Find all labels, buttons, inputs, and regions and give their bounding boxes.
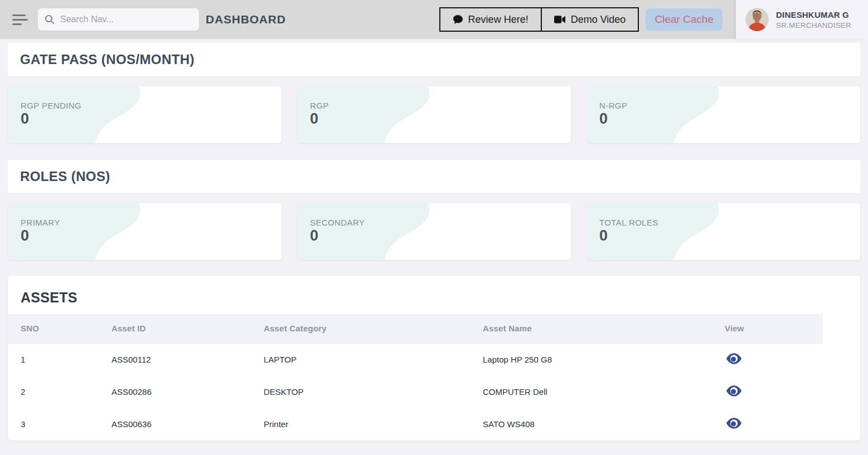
eye-icon [726, 385, 741, 397]
column-header-sno: SNO [8, 314, 111, 343]
stat-card-rgp: RGP 0 [297, 86, 571, 143]
avatar [745, 8, 769, 31]
user-profile[interactable]: DINESHKUMAR G SR.MERCHANDISER [736, 0, 868, 39]
clear-cache-button[interactable]: Clear Cache [646, 8, 722, 31]
assets-panel: ASSETS SNO Asset ID Asset Category Asset… [8, 276, 860, 441]
stat-value: 0 [21, 227, 282, 244]
view-asset-button[interactable] [726, 385, 741, 397]
user-meta: DINESHKUMAR G SR.MERCHANDISER [776, 10, 851, 30]
cell-asset-id: ASS00112 [111, 343, 264, 375]
search-input[interactable] [60, 14, 192, 25]
gate-pass-cards: RGP PENDING 0 RGP 0 N-RGP 0 [8, 86, 860, 143]
cell-sno: 2 [8, 375, 111, 408]
assets-title: ASSETS [8, 276, 860, 314]
stat-label: RGP PENDING [21, 101, 282, 110]
table-row: 3 ASS00636 Printer SATO WS408 [8, 408, 823, 440]
eye-icon [726, 418, 741, 429]
cell-sno: 3 [8, 408, 111, 440]
section-header-roles: ROLES (NOS) [8, 160, 860, 193]
stat-label: TOTAL ROLES [599, 218, 860, 227]
table-header-row: SNO Asset ID Asset Category Asset Name V… [8, 314, 823, 343]
column-header-asset-name: Asset Name [483, 314, 725, 343]
stat-card-n-rgp: N-RGP 0 [586, 86, 860, 143]
search-icon [45, 14, 55, 25]
cell-asset-name: SATO WS408 [483, 408, 725, 440]
stat-card-total-roles: TOTAL ROLES 0 [586, 203, 860, 260]
stat-label: PRIMARY [21, 218, 282, 227]
stat-label: SECONDARY [310, 218, 571, 227]
view-asset-button[interactable] [726, 353, 741, 364]
review-here-label: Review Here! [468, 14, 528, 26]
search-box [38, 8, 199, 31]
stat-card-secondary: SECONDARY 0 [297, 203, 571, 260]
column-header-asset-category: Asset Category [264, 314, 483, 343]
cell-asset-category: LAPTOP [264, 343, 483, 375]
stat-value: 0 [599, 227, 860, 244]
stat-value: 0 [599, 110, 860, 128]
topbar: DASHBOARD Review Here! Demo Video Clear … [0, 0, 868, 39]
topbar-button-group: Review Here! Demo Video [439, 7, 639, 32]
demo-video-label: Demo Video [571, 14, 626, 26]
section-title: ROLES (NOS) [20, 169, 110, 184]
eye-icon [726, 353, 741, 364]
column-header-view: View [725, 314, 823, 343]
assets-table: SNO Asset ID Asset Category Asset Name V… [8, 314, 823, 440]
view-asset-button[interactable] [726, 418, 741, 429]
section-title: GATE PASS (NOS/MONTH) [20, 52, 195, 67]
demo-video-button[interactable]: Demo Video [541, 8, 638, 31]
stat-card-primary: PRIMARY 0 [8, 203, 282, 260]
stat-value: 0 [310, 110, 571, 128]
speech-bubble-icon [453, 14, 463, 25]
video-camera-icon [554, 15, 566, 24]
cell-asset-id: ASS00286 [111, 375, 264, 408]
main-content: GATE PASS (NOS/MONTH) RGP PENDING 0 RGP … [0, 43, 868, 441]
stat-value: 0 [310, 227, 571, 244]
stat-card-rgp-pending: RGP PENDING 0 [8, 86, 282, 143]
table-row: 1 ASS00112 LAPTOP Laptop HP 250 G8 [8, 343, 823, 375]
section-header-gate-pass: GATE PASS (NOS/MONTH) [8, 43, 860, 76]
stat-value: 0 [21, 110, 282, 128]
cell-asset-category: Printer [264, 408, 483, 440]
table-row: 2 ASS00286 DESKTOP COMPUTER Dell [8, 375, 823, 408]
cell-asset-category: DESKTOP [264, 375, 483, 408]
hamburger-icon[interactable] [12, 13, 29, 26]
roles-cards: PRIMARY 0 SECONDARY 0 TOTAL ROLES 0 [8, 203, 860, 260]
user-name: DINESHKUMAR G [776, 10, 851, 19]
cell-asset-name: COMPUTER Dell [483, 375, 725, 408]
review-here-button[interactable]: Review Here! [440, 8, 541, 31]
column-header-asset-id: Asset ID [111, 314, 264, 343]
stat-label: RGP [310, 101, 571, 110]
cell-sno: 1 [8, 343, 111, 375]
cell-asset-name: Laptop HP 250 G8 [483, 343, 725, 375]
stat-label: N-RGP [599, 101, 860, 110]
user-role: SR.MERCHANDISER [776, 21, 851, 30]
page-title: DASHBOARD [206, 13, 286, 26]
cell-asset-id: ASS00636 [111, 408, 264, 440]
